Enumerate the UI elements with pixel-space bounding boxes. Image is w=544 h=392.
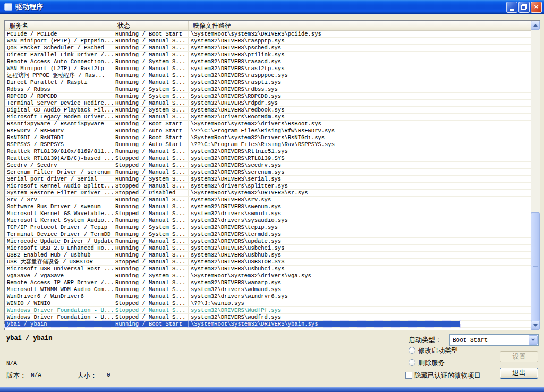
row-cells: QoS Packet Scheduler / PSchedRunning / M…: [5, 45, 460, 51]
vertical-scrollbar[interactable]: [531, 21, 540, 330]
table-row[interactable]: Windows Driver Foundation - U...Stopped …: [5, 314, 531, 321]
cell-path: system32\DRIVERS\RTL8139.SYS: [189, 155, 460, 161]
cell-path: system32\DRIVERS\wanarp.sys: [189, 279, 460, 286]
cell-name: WAN Miniport (PPTP) / PptpMin...: [5, 38, 113, 44]
table-row[interactable]: Rdbss / RdbssRunning / System S...system…: [5, 86, 531, 93]
table-row[interactable]: Direct Parallel / RasptiRunning / Manual…: [5, 79, 531, 86]
cell-status: Running / Manual S...: [113, 217, 189, 224]
table-row[interactable]: USB 大容量存储设备 / USBSTORStopped / Manual S.…: [5, 259, 531, 266]
table-row[interactable]: VgaSave / VgaSaveRunning / System S...\S…: [5, 272, 531, 279]
scroll-up-button[interactable]: [531, 21, 540, 30]
cell-status: Running / Manual S...: [113, 286, 189, 293]
table-row[interactable]: WINIO / WINIOStopped / Manual S...\??\J:…: [5, 300, 531, 307]
chevron-down-icon: [531, 337, 535, 341]
table-row[interactable]: Microsoft Kernel System Audio...Running …: [5, 217, 531, 224]
minimize-button[interactable]: [506, 2, 517, 13]
cell-path: system32\DRIVERS\usbhub.sys: [189, 252, 460, 258]
table-row[interactable]: Microsoft USB Universal Host ...Running …: [5, 266, 531, 272]
cell-name: Terminal Device Driver / TermDD: [5, 231, 113, 237]
row-cells: Windows Driver Foundation - U...Stopped …: [5, 307, 460, 313]
hide-microsoft-checkbox[interactable]: [405, 372, 412, 379]
cell-status: Running / Manual S...: [113, 79, 189, 86]
row-cells: Microcode Update Driver / UpdateRunning …: [5, 238, 460, 244]
table-row[interactable]: Software Bus Driver / swenumRunning / Ma…: [5, 203, 531, 210]
table-row[interactable]: Realtek RTL8139(A/B/C)-based ...Stopped …: [5, 155, 531, 162]
cell-path: system32\DRIVERS\ptilink.sys: [189, 52, 460, 58]
cell-status: Running / Manual S...: [113, 52, 189, 58]
table-row[interactable]: Direct Parallel Link Driver /...Running …: [5, 52, 531, 58]
table-row[interactable]: System Restore Filter Driver ...Stopped …: [5, 190, 531, 197]
table-row[interactable]: TCP/IP Protocol Driver / TcpipRunning / …: [5, 224, 531, 231]
settings-button[interactable]: 设置: [500, 351, 538, 362]
row-cells: Terminal Device Driver / TermDDRunning /…: [5, 231, 460, 237]
table-row[interactable]: WAN Miniport (PPTP) / PptpMin...Running …: [5, 38, 531, 45]
table-row[interactable]: Secdrv / SecdrvStopped / Manual S...syst…: [5, 162, 531, 169]
restore-button[interactable]: [518, 2, 530, 13]
table-row[interactable]: Microsoft Kernel Audio Splitt...Stopped …: [5, 183, 531, 190]
table-row[interactable]: WinDriver6 / WinDriver6Running / Manual …: [5, 293, 531, 300]
cell-status: Running / System S...: [113, 272, 189, 279]
table-row[interactable]: Realtek RTL8139/810x/8169/811...Running …: [5, 148, 531, 155]
table-row[interactable]: ybai / ybainRunning / Boot Start\SystemR…: [5, 321, 531, 328]
selected-driver-title: ybai / ybain: [6, 335, 52, 342]
row-cells: Microsoft WINMM WDM Audio Com...Running …: [5, 286, 460, 293]
startup-type-select[interactable]: Boot Start: [449, 334, 539, 346]
cell-path: system32\DRIVERS\psched.sys: [189, 45, 460, 51]
column-header[interactable]: 映像文件路径: [189, 21, 460, 30]
table-row[interactable]: Windows Driver Foundation - U...Stopped …: [5, 307, 531, 314]
table-row[interactable]: Microsoft Kernel GS Wavetable...Stopped …: [5, 210, 531, 217]
table-row[interactable]: QoS Packet Scheduler / PSchedRunning / M…: [5, 45, 531, 52]
table-row[interactable]: Remote Access Auto Connection...Running …: [5, 58, 531, 65]
table-row[interactable]: Digital CD Audio Playback Fil...Running …: [5, 107, 531, 114]
row-cells: 远程访问 PPPOE 驱动程序 / Ras...Running / Manual…: [5, 72, 460, 79]
scroll-down-button[interactable]: [531, 321, 540, 330]
table-row[interactable]: Microsoft USB 2.0 Enhanced Ho...Running …: [5, 245, 531, 252]
cell-status: Running / Manual S...: [113, 252, 189, 258]
column-header[interactable]: 服务名: [5, 21, 113, 30]
table-row[interactable]: Serial port driver / SerialRunning / Sys…: [5, 176, 531, 183]
table-row[interactable]: RDPCDD / RDPCDDRunning / System S...Syst…: [5, 93, 531, 100]
close-button[interactable]: ×: [531, 2, 542, 13]
table-row[interactable]: WAN Miniport (L2TP) / Rasl2tpRunning / M…: [5, 65, 531, 72]
scroll-thumb[interactable]: [531, 212, 540, 321]
cell-status: Running / Manual S...: [113, 148, 189, 155]
row-cells: Microsoft USB Universal Host ...Running …: [5, 266, 460, 272]
table-row[interactable]: Terminal Device Driver / TermDDRunning /…: [5, 231, 531, 238]
row-cells: USB2 Enabled Hub / usbhubRunning / Manua…: [5, 252, 460, 258]
table-row[interactable]: Terminal Server Device Redire...Running …: [5, 100, 531, 107]
delete-service-label: 删除服务: [418, 359, 445, 368]
cell-path: system32\drivers\sysaudio.sys: [189, 217, 460, 224]
cell-name: Serenum Filter Driver / serenum: [5, 169, 113, 175]
table-row[interactable]: Srv / SrvRunning / Manual S...system32\D…: [5, 197, 531, 203]
table-row[interactable]: RsFwDrv / RsFwDrvRunning / Auto Start\??…: [5, 127, 531, 134]
table-row[interactable]: PCIIde / PCIIdeRunning / Boot Start\Syst…: [5, 31, 531, 38]
row-cells: Remote Access Auto Connection...Running …: [5, 58, 460, 65]
table-row[interactable]: Microcode Update Driver / UpdateRunning …: [5, 238, 531, 245]
cell-name: Realtek RTL8139(A/B/C)-based ...: [5, 155, 113, 161]
table-row[interactable]: Serenum Filter Driver / serenumRunning /…: [5, 169, 531, 176]
table-row[interactable]: RSPPSYS / RSPPSYSRunning / Auto Start\??…: [5, 141, 531, 148]
table-row[interactable]: Microsoft WINMM WDM Audio Com...Running …: [5, 286, 531, 293]
exit-button[interactable]: 退出: [500, 368, 538, 379]
cell-status: Running / Manual S...: [113, 245, 189, 251]
column-header[interactable]: 状态: [113, 21, 189, 30]
title-bar[interactable]: 驱动程序 ×: [0, 0, 544, 14]
cell-path: \SystemRoot\system32\DRIVERS\pciide.sys: [189, 31, 460, 37]
table-row[interactable]: USB2 Enabled Hub / usbhubRunning / Manua…: [5, 252, 531, 259]
table-row[interactable]: RsAntiSpyware / RsAntiSpywareRunning / B…: [5, 121, 531, 127]
cell-name: Microsoft Kernel GS Wavetable...: [5, 210, 113, 217]
combo-dropdown-button[interactable]: [529, 335, 538, 345]
table-row[interactable]: 远程访问 PPPOE 驱动程序 / Ras...Running / Manual…: [5, 72, 531, 79]
cell-status: Running / System S...: [113, 231, 189, 237]
cell-name: Microcode Update Driver / Update: [5, 238, 113, 244]
cell-name: RsNTGDI / RsNTGDI: [5, 134, 113, 141]
cell-path: \SystemRoot\system32\Drivers\RsNTGdi.sys: [189, 134, 460, 141]
delete-service-radio[interactable]: [409, 359, 415, 366]
row-cells: WinDriver6 / WinDriver6Running / Manual …: [5, 293, 460, 300]
modify-startup-radio[interactable]: [409, 347, 415, 354]
table-row[interactable]: Remote Access IP ARP Driver /...Running …: [5, 279, 531, 286]
row-cells: ybai / ybainRunning / Boot Start\SystemR…: [5, 321, 460, 327]
table-row[interactable]: RsNTGDI / RsNTGDIRunning / Boot Start\Sy…: [5, 134, 531, 141]
table-row[interactable]: Microsoft Legacy Modem Driver...Running …: [5, 114, 531, 121]
cell-name: RsAntiSpyware / RsAntiSpyware: [5, 121, 113, 127]
